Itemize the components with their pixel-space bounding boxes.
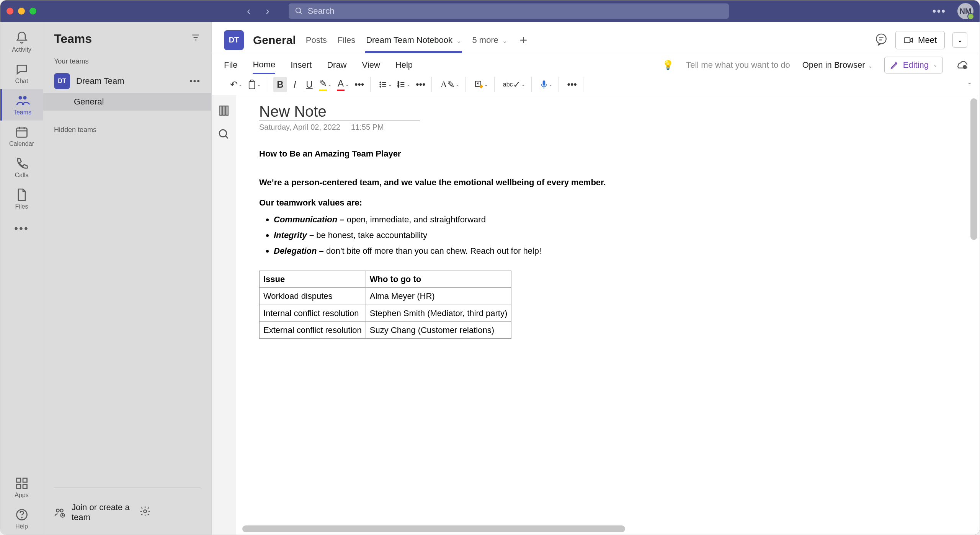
- ribbon-view[interactable]: View: [362, 57, 380, 73]
- note-values-label: Our teamwork values are:: [259, 196, 661, 209]
- bullets-button[interactable]: ⌄: [377, 77, 394, 92]
- rail-apps[interactable]: Apps: [0, 472, 43, 503]
- svg-rect-45: [226, 106, 228, 115]
- chat-icon: [15, 62, 29, 76]
- note-title[interactable]: New Note: [259, 103, 420, 120]
- maximize-window-button[interactable]: [29, 8, 36, 15]
- collapse-ribbon-button[interactable]: ⌄: [967, 78, 972, 86]
- catch-up-button[interactable]: [955, 58, 967, 72]
- clipboard-icon: [248, 80, 256, 90]
- back-button[interactable]: ‹: [247, 5, 250, 17]
- underline-button[interactable]: U: [302, 77, 316, 92]
- format-toolbar: ↶⌄ ⌄ B I U ✎⌄ A⌄ ••• ⌄ 1: [212, 74, 980, 95]
- svg-rect-44: [223, 106, 225, 115]
- italic-button[interactable]: I: [288, 77, 302, 92]
- clipboard-button[interactable]: ⌄: [245, 77, 263, 92]
- settings-more-button[interactable]: •••: [933, 5, 946, 17]
- horizontal-scrollbar[interactable]: [242, 525, 625, 532]
- styles-button[interactable]: A✎⌄: [438, 77, 461, 92]
- search-placeholder: Search: [308, 6, 335, 16]
- paragraph-more-button[interactable]: •••: [413, 77, 428, 92]
- user-avatar[interactable]: NM: [957, 3, 973, 19]
- svg-rect-4: [16, 128, 27, 137]
- tab-files[interactable]: Files: [337, 28, 356, 53]
- highlight-button[interactable]: ✎⌄: [317, 77, 334, 92]
- close-window-button[interactable]: [7, 8, 13, 15]
- chevron-down-icon: ⌄: [868, 64, 872, 69]
- bold-button[interactable]: B: [273, 77, 287, 92]
- svg-point-3: [23, 96, 26, 99]
- pencil-icon: [890, 60, 899, 70]
- calendar-icon: [15, 125, 29, 139]
- teams-icon: [16, 94, 29, 108]
- font-more-button[interactable]: •••: [352, 77, 366, 92]
- window-controls: [7, 8, 36, 15]
- ribbon-help[interactable]: Help: [395, 57, 413, 73]
- open-in-browser-button[interactable]: Open in Browser ⌄: [802, 60, 872, 70]
- team-more-button[interactable]: •••: [189, 76, 201, 86]
- undo-button[interactable]: ↶⌄: [228, 77, 245, 92]
- channel-general[interactable]: General: [43, 93, 211, 111]
- join-create-team[interactable]: Join or create a team: [43, 496, 211, 529]
- note-page[interactable]: New Note Saturday, April 02, 2022 11:55 …: [236, 95, 980, 535]
- svg-rect-26: [249, 81, 255, 88]
- tab-notebook[interactable]: Dream Team Notebook ⌄: [365, 28, 462, 53]
- manage-teams-gear[interactable]: [139, 506, 201, 519]
- rail-more-button[interactable]: •••: [14, 215, 29, 242]
- svg-text:3: 3: [398, 85, 399, 88]
- dictate-button[interactable]: ⌄: [538, 77, 555, 92]
- font-color-button[interactable]: A⌄: [335, 77, 351, 92]
- rail-activity[interactable]: Activity: [0, 26, 43, 58]
- ribbon-tabs: File Home Insert Draw View Help 💡 Tell m…: [212, 53, 980, 74]
- rail-help[interactable]: Help: [0, 503, 43, 535]
- tell-me-input[interactable]: Tell me what you want to do: [686, 60, 790, 70]
- meet-button[interactable]: Meet: [895, 31, 945, 49]
- forward-button[interactable]: ›: [266, 5, 269, 17]
- add-tab-button[interactable]: +: [519, 33, 527, 47]
- team-row-dreamteam[interactable]: DT Dream Team •••: [43, 69, 211, 93]
- note-body[interactable]: How to Be an Amazing Team Player We’re a…: [259, 147, 661, 339]
- note-area: New Note Saturday, April 02, 2022 11:55 …: [212, 95, 980, 535]
- svg-rect-43: [220, 106, 222, 115]
- rail-teams[interactable]: Teams: [0, 89, 43, 121]
- svg-rect-9: [23, 478, 27, 483]
- ribbon-draw[interactable]: Draw: [327, 57, 346, 73]
- ribbon-home[interactable]: Home: [253, 57, 275, 74]
- chevron-down-icon: ⌄: [933, 62, 937, 68]
- mic-icon: [540, 80, 548, 90]
- content-area: DT General Posts Files Dream Team Notebo…: [212, 22, 980, 535]
- ribbon-insert[interactable]: Insert: [291, 57, 312, 73]
- filter-icon: [191, 33, 201, 42]
- rail-files[interactable]: Files: [0, 183, 43, 215]
- ribbon-file[interactable]: File: [224, 57, 237, 73]
- numbering-button[interactable]: 123⌄: [395, 77, 413, 92]
- minimize-window-button[interactable]: [18, 8, 25, 15]
- editing-mode-button[interactable]: Editing ⌄: [884, 57, 943, 73]
- notebooks-icon[interactable]: [218, 104, 230, 117]
- meet-options-button[interactable]: ⌄: [952, 32, 967, 48]
- spellcheck-button[interactable]: abc✓⌄: [501, 77, 528, 92]
- table-row: Workload disputesAlma Meyer (HR): [260, 288, 511, 305]
- bell-icon: [15, 31, 29, 45]
- list-item: Integrity – be honest, take accountabili…: [274, 228, 661, 242]
- svg-point-0: [296, 8, 301, 13]
- svg-point-25: [963, 65, 966, 69]
- search-bar[interactable]: Search: [289, 3, 729, 19]
- note-date: Saturday, April 02, 2022: [259, 123, 340, 132]
- svg-rect-10: [16, 484, 21, 489]
- contacts-table: Issue Who to go to Workload disputesAlma…: [259, 271, 511, 339]
- rail-chat[interactable]: Chat: [0, 58, 43, 89]
- toolbar-more-button[interactable]: •••: [565, 77, 579, 92]
- rail-calls[interactable]: Calls: [0, 152, 43, 183]
- tab-more[interactable]: 5 more ⌄: [471, 28, 508, 53]
- chevron-down-icon: ⌄: [957, 37, 962, 43]
- rail-calendar[interactable]: Calendar: [0, 121, 43, 152]
- tab-posts[interactable]: Posts: [305, 28, 328, 53]
- open-chat-button[interactable]: [875, 33, 888, 47]
- search-pages-icon[interactable]: [218, 128, 230, 140]
- vertical-scrollbar[interactable]: [970, 98, 977, 240]
- tags-button[interactable]: ⌄: [472, 77, 490, 92]
- filter-button[interactable]: [191, 33, 201, 45]
- note-intro: We’re a person-centered team, and we val…: [259, 176, 661, 189]
- svg-rect-11: [23, 484, 27, 489]
